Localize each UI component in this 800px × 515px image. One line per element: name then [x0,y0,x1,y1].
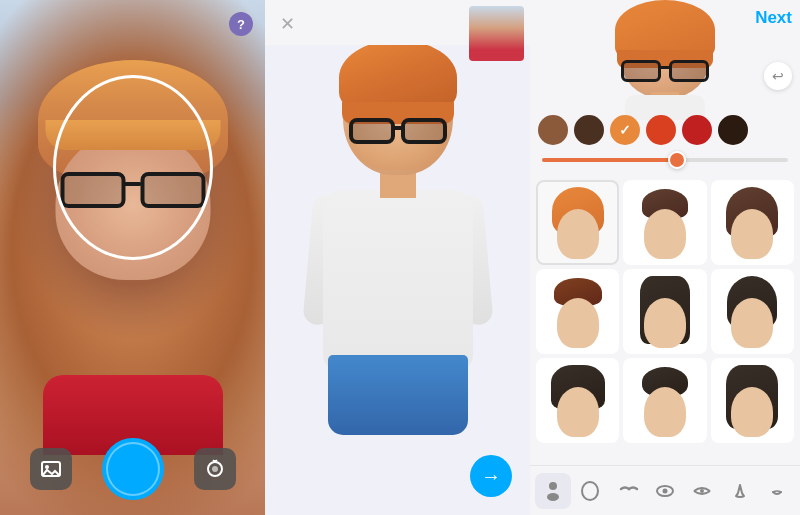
eye-closed-icon [690,479,714,503]
hair-preview-3 [550,276,606,348]
camera-controls [0,438,265,500]
avatar-head-preview [620,8,710,98]
hair-preview-0 [550,187,606,259]
next-fab-button[interactable]: → [470,455,512,497]
next-button[interactable]: Next [755,8,792,28]
color-swatch-brown-dark[interactable] [574,115,604,145]
face-shape-7 [644,387,686,437]
camera-panel: ? [0,0,265,515]
icon-bar-mouth-button[interactable] [759,473,795,509]
icon-bar-nose-button[interactable] [722,473,758,509]
color-swatches [538,115,792,145]
shade-slider-row[interactable] [542,158,788,162]
shade-slider-track [542,158,788,162]
color-swatch-brown-light[interactable] [538,115,568,145]
hair-style-item-7[interactable] [623,358,706,443]
preview-glasses [618,60,712,86]
svg-point-4 [549,482,557,490]
hair-style-item-6[interactable] [536,358,619,443]
color-swatch-orange[interactable] [610,115,640,145]
avatar-panel: ✕ → [265,0,530,515]
hair-style-item-4[interactable] [623,269,706,354]
hair-preview-2 [724,187,780,259]
color-swatch-red-orange[interactable] [646,115,676,145]
preview-glasses-right [669,60,709,82]
face-shape-4 [644,298,686,348]
avatar-head [343,50,453,175]
nose-icon [728,479,752,503]
avatar-pants [328,355,468,435]
preview-head [620,8,710,98]
undo-button[interactable]: ↩ [764,62,792,90]
hair-style-item-8[interactable] [711,358,794,443]
customization-icon-bar [530,465,800,515]
svg-point-3 [212,466,218,472]
flip-camera-button[interactable] [194,448,236,490]
hair-preview-7 [637,365,693,437]
face-shape-icon [578,479,602,503]
svg-point-9 [700,489,704,493]
source-photo-thumbnail[interactable] [469,6,524,61]
capture-button-inner [106,442,160,496]
hair-preview-1 [637,187,693,259]
svg-point-5 [547,493,559,501]
source-photo-image [469,6,524,61]
icon-bar-face-button[interactable] [572,473,608,509]
hair-preview-4 [637,276,693,348]
hair-preview-6 [550,365,606,437]
avatar-3d-preview [298,50,498,430]
close-button[interactable]: ✕ [280,13,300,33]
shade-slider-thumb[interactable] [668,151,686,169]
preview-glasses-left [621,60,661,82]
face-shape-6 [557,387,599,437]
hair-preview-8 [724,365,780,437]
color-swatch-red[interactable] [682,115,712,145]
icon-bar-avatar-button[interactable] [535,473,571,509]
preview-glasses-bridge [660,66,670,69]
face-shape-2 [731,209,773,259]
svg-point-8 [662,488,667,493]
flip-camera-icon [204,458,226,480]
color-swatch-dark[interactable] [718,115,748,145]
hair-preview-5 [724,276,780,348]
hair-style-item-5[interactable] [711,269,794,354]
avatar-body-icon [541,479,565,503]
icon-bar-eye-button[interactable] [647,473,683,509]
face-shape-1 [644,209,686,259]
hair-style-item-2[interactable] [711,180,794,265]
face-shape-5 [731,298,773,348]
eyebrow-icon [616,479,640,503]
avatar-glasses-right [401,118,447,144]
svg-point-6 [582,482,598,500]
avatar-glasses-left [349,118,395,144]
gallery-button[interactable] [30,448,72,490]
hair-style-item-3[interactable] [536,269,619,354]
help-button[interactable]: ? [229,12,253,36]
face-shape-0 [557,209,599,259]
avatar-body [323,190,473,370]
gallery-icon [40,458,62,480]
hair-style-item-1[interactable] [623,180,706,265]
face-shape-3 [557,298,599,348]
shade-slider-fill [542,158,677,162]
eye-open-icon [653,479,677,503]
face-shape-8 [731,387,773,437]
hair-style-item-0[interactable] [536,180,619,265]
avatar-glasses-bridge [392,126,404,130]
icon-bar-eye2-button[interactable] [684,473,720,509]
icon-bar-eyebrow-button[interactable] [610,473,646,509]
hair-style-grid [536,180,794,443]
mouth-icon [765,479,789,503]
avatar-glasses [344,118,452,148]
customization-panel: Next ↩ [530,0,800,515]
face-selection-oval [53,75,213,260]
capture-button[interactable] [102,438,164,500]
svg-point-1 [45,465,49,469]
